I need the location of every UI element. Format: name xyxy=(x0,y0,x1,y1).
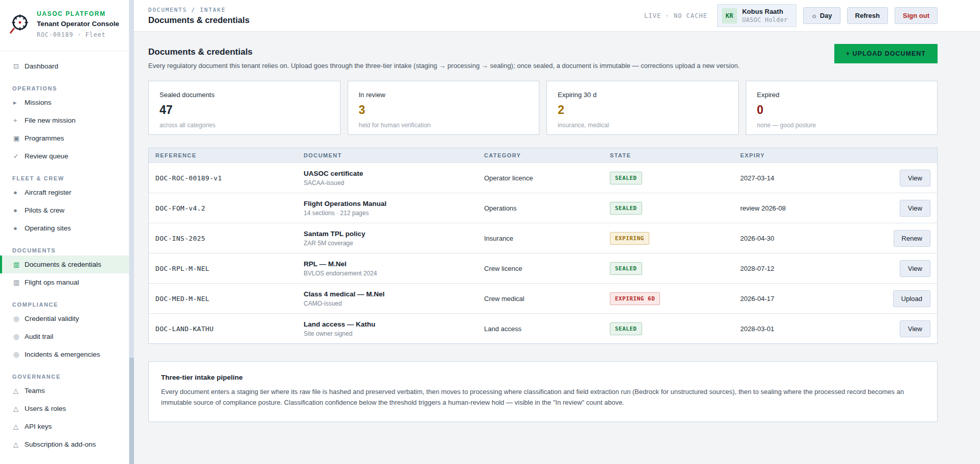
doc-title: RPL — M.Nel xyxy=(304,260,477,268)
sidebar-item-programmes[interactable]: ▣ Programmes xyxy=(0,129,129,147)
sidebar-item-label: Programmes xyxy=(25,134,64,142)
sidebar-item-audit-trail[interactable]: ◎ Audit trail xyxy=(0,328,129,345)
state-badge: SEALED xyxy=(610,202,642,215)
doc-state-cell: SEALED xyxy=(603,262,734,275)
sidebar-item-label: Review queue xyxy=(25,152,69,160)
sidebar-item-review-queue[interactable]: ✓ Review queue xyxy=(0,147,129,165)
sign-out-button[interactable]: Sign out xyxy=(895,7,938,24)
user-meta: Kobus Raath UASOC Holder xyxy=(742,8,788,24)
doc-title: Flight Operations Manual xyxy=(304,200,477,207)
sidebar-section-documents: DOCUMENTS xyxy=(0,245,129,256)
grid-icon: ▣ xyxy=(13,134,25,142)
doc-title: Land access — Kathu xyxy=(304,320,477,328)
sidebar-item-label: Documents & credentials xyxy=(25,261,101,268)
sidebar-scrollbar[interactable] xyxy=(129,0,134,464)
doc-cell: RPL — M.Nel BVLOS endorsement 2024 xyxy=(297,260,477,277)
stat-label: In review xyxy=(359,91,529,99)
sidebar-item-file-new-mission[interactable]: + File new mission xyxy=(0,111,129,129)
brand-block: UASOC PLATFORM Tenant Operator Console R… xyxy=(0,0,129,51)
sidebar-item-label: Audit trail xyxy=(25,333,53,340)
stat-sub: held for human verification xyxy=(359,122,529,129)
sidebar-item-documents-credentials[interactable]: ▥ Documents & credentials xyxy=(0,256,129,273)
stat-sub: none — good posture xyxy=(757,122,927,129)
doc-subtitle: SACAA-issued xyxy=(304,179,477,187)
view-button[interactable]: View xyxy=(900,200,930,217)
sidebar-item-users-roles[interactable]: △ Users & roles xyxy=(0,400,129,417)
doc-category: Crew licence xyxy=(477,265,603,272)
scrollbar-thumb[interactable] xyxy=(129,358,134,464)
doc-action-cell: View xyxy=(876,320,937,337)
doc-state-cell: EXPIRING 6D xyxy=(603,292,734,305)
page-header: Documents & credentials Every regulatory… xyxy=(148,44,938,69)
user-chip[interactable]: KR Kobus Raath UASOC Holder xyxy=(717,4,796,27)
sidebar-item-api-keys[interactable]: △ API keys xyxy=(0,417,129,435)
upload-button[interactable]: Upload xyxy=(893,290,930,307)
main-area: DOCUMENTS / INTAKE Documents & credentia… xyxy=(134,0,980,464)
sidebar-section-fleet-crew: FLEET & CREW xyxy=(0,173,129,183)
doc-action-cell: View xyxy=(876,170,937,187)
sidebar-item-pilots-crew[interactable]: ● Pilots & crew xyxy=(0,201,129,219)
doc-category: Operations xyxy=(477,204,603,212)
user-name: Kobus Raath xyxy=(742,8,788,15)
doc-action-cell: Renew xyxy=(876,230,937,247)
sidebar-item-missions[interactable]: ▸ Missions xyxy=(0,94,129,111)
view-button[interactable]: View xyxy=(900,320,930,337)
view-button[interactable]: View xyxy=(900,170,930,187)
target-icon: ◎ xyxy=(13,351,25,358)
triangle-icon: △ xyxy=(13,405,25,412)
sidebar-item-label: Aircraft register xyxy=(25,189,72,196)
renew-button[interactable]: Renew xyxy=(894,230,930,247)
sidebar-item-dashboard[interactable]: ⊡ Dashboard xyxy=(0,57,129,75)
doc-title: UASOC certificate xyxy=(304,170,477,177)
sidebar-section-governance: GOVERNANCE xyxy=(0,372,129,382)
doc-subtitle: 14 sections · 212 pages xyxy=(304,210,477,217)
sidebar-item-teams[interactable]: △ Teams xyxy=(0,382,129,400)
sidebar-item-incidents-emergencies[interactable]: ◎ Incidents & emergencies xyxy=(0,345,129,363)
sidebar-item-aircraft-register[interactable]: ● Aircraft register xyxy=(0,183,129,201)
sidebar-item-label: Users & roles xyxy=(25,405,66,412)
table-row: DOC-FOM-v4.2 Flight Operations Manual 14… xyxy=(149,193,937,223)
column-header-state: STATE xyxy=(603,152,734,158)
sidebar-item-label: Incidents & emergencies xyxy=(25,351,100,358)
table-row: DOC-LAND-KATHU Land access — Kathu Site … xyxy=(149,313,937,343)
sidebar-item-subscription-addons[interactable]: △ Subscription & add-ons xyxy=(0,435,129,453)
stat-value: 0 xyxy=(757,103,927,117)
sidebar-item-operating-sites[interactable]: ● Operating sites xyxy=(0,219,129,237)
document-icon: ▥ xyxy=(13,261,25,268)
state-badge: EXPIRING xyxy=(610,232,649,245)
plus-icon: + xyxy=(13,117,25,124)
stat-label: Expiring 30 d xyxy=(558,91,727,99)
doc-action-cell: View xyxy=(876,260,937,277)
doc-action-cell: View xyxy=(876,200,937,217)
doc-category: Crew medical xyxy=(477,295,603,303)
doc-reference: DOC-MED-M-NEL xyxy=(149,295,297,303)
refresh-button[interactable]: Refresh xyxy=(847,7,888,24)
stat-card-expiring: Expiring 30 d 2 insurance, medical xyxy=(546,81,739,135)
upload-document-button[interactable]: + UPLOAD DOCUMENT xyxy=(834,44,938,63)
avatar: KR xyxy=(722,8,737,24)
doc-subtitle: Site owner signed xyxy=(304,330,477,337)
doc-expiry: review 2026-08 xyxy=(734,204,876,212)
stat-card-in-review: In review 3 held for human verification xyxy=(348,81,540,135)
stat-value: 3 xyxy=(359,103,529,117)
doc-cell: Class 4 medical — M.Nel CAMO-issued xyxy=(297,290,477,307)
doc-category: Land access xyxy=(477,325,603,333)
doc-subtitle: BVLOS endorsement 2024 xyxy=(304,270,477,277)
stats-row: Sealed documents 47 across all categorie… xyxy=(148,81,938,135)
doc-state-cell: SEALED xyxy=(603,172,734,184)
doc-expiry: 2027-03-14 xyxy=(734,174,876,182)
view-button[interactable]: View xyxy=(900,260,930,277)
doc-reference: DOC-INS-2025 xyxy=(149,235,297,242)
theme-toggle-button[interactable]: ☼Day xyxy=(803,7,840,24)
doc-reference: DOC-RPL-M-NEL xyxy=(149,265,297,272)
theme-toggle-label: Day xyxy=(820,12,832,19)
sidebar-item-credential-validity[interactable]: ◎ Credential validity xyxy=(0,310,129,328)
triangle-icon: △ xyxy=(13,423,25,430)
page-title: Documents & credentials xyxy=(148,15,249,25)
column-header-category: CATEGORY xyxy=(477,152,603,158)
sidebar-item-flight-ops-manual[interactable]: ▥ Flight ops manual xyxy=(0,273,129,291)
column-header-reference: REFERENCE xyxy=(149,152,297,158)
user-role: UASOC Holder xyxy=(742,16,788,24)
pipeline-info-panel: Three-tier intake pipeline Every documen… xyxy=(148,361,938,422)
state-badge: SEALED xyxy=(610,262,642,275)
